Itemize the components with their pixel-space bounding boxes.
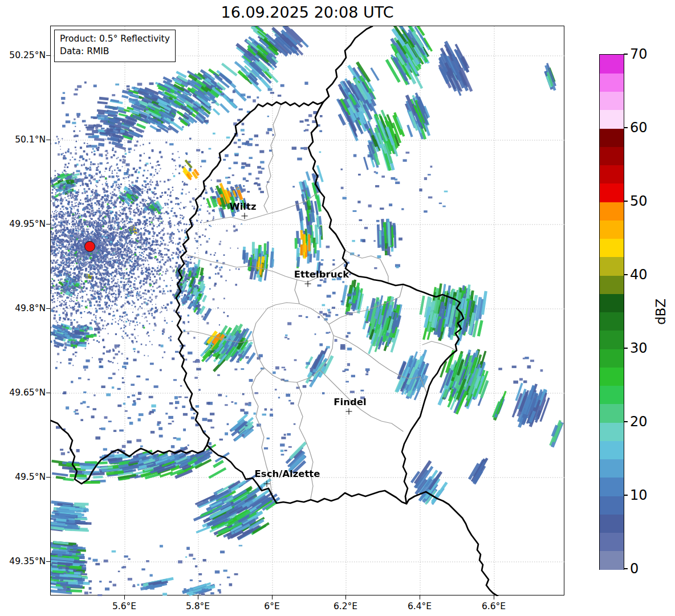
- x-tick-label: 6.6°E: [474, 601, 514, 611]
- colorbar-segment: [600, 202, 624, 221]
- colorbar-segment: [600, 165, 624, 184]
- colorbar-tick-mark: [624, 568, 628, 569]
- x-tick-label: 6°E: [252, 601, 292, 611]
- colorbar-segment: [600, 55, 624, 74]
- colorbar-tick-label: 70: [630, 46, 648, 62]
- city-label: Esch/Alzette: [255, 468, 320, 479]
- colorbar-segment: [600, 275, 624, 294]
- product-info-box: Product: 0.5° Reflectivity Data: RMIB: [54, 30, 176, 62]
- colorbar-tick-mark: [624, 348, 628, 348]
- x-tick-mark: [124, 595, 125, 599]
- colorbar-segment: [600, 293, 624, 312]
- colorbar-segment: [600, 514, 624, 533]
- x-tick-label: 6.4°E: [400, 601, 440, 611]
- colorbar-tick-mark: [624, 127, 628, 128]
- radar-site-marker: [84, 241, 95, 252]
- colorbar-segment: [600, 146, 624, 165]
- y-tick-mark: [46, 308, 50, 309]
- colorbar-segment: [600, 331, 624, 349]
- colorbar-tick-label: 20: [630, 414, 648, 430]
- city-label: Findel: [334, 397, 366, 407]
- x-tick-mark: [272, 595, 273, 599]
- colorbar-tick-label: 0: [630, 561, 639, 577]
- colorbar-segment: [600, 128, 624, 147]
- colorbar-tick-mark: [624, 54, 628, 54]
- colorbar-tick-mark: [624, 495, 628, 495]
- y-tick-label: 49.95°N: [0, 219, 46, 229]
- y-tick-label: 50.1°N: [0, 134, 46, 145]
- y-tick-label: 49.35°N: [0, 556, 46, 566]
- colorbar-segment: [600, 92, 624, 111]
- colorbar-segment: [600, 367, 624, 386]
- colorbar-unit-label: dBZ: [653, 298, 668, 324]
- y-tick-mark: [46, 55, 50, 56]
- y-tick-mark: [46, 393, 50, 393]
- colorbar-segment: [600, 349, 624, 368]
- colorbar-tick-label: 40: [630, 267, 648, 283]
- colorbar-segment: [600, 239, 624, 258]
- colorbar-segment: [600, 110, 624, 129]
- city-marker-icon: [346, 409, 352, 415]
- x-tick-mark: [345, 595, 346, 599]
- figure-title: 16.09.2025 20:08 UTC: [50, 3, 564, 21]
- city-label: Ettelbruck: [294, 269, 349, 280]
- x-tick-mark: [198, 595, 198, 599]
- colorbar-tick-label: 10: [630, 487, 648, 503]
- y-tick-mark: [46, 561, 50, 562]
- colorbar-tick-label: 30: [630, 340, 648, 356]
- colorbar-segment: [600, 73, 624, 92]
- product-line: Product: 0.5° Reflectivity: [60, 32, 170, 45]
- colorbar-segment: [600, 478, 624, 496]
- map-panel: WiltzEttelbruckFindelEsch/Alzette Produc…: [50, 26, 564, 595]
- colorbar-segment: [600, 257, 624, 276]
- colorbar-segment: [600, 312, 624, 331]
- x-tick-label: 5.6°E: [104, 601, 144, 611]
- colorbar-segment: [600, 183, 624, 202]
- colorbar-tick-mark: [624, 274, 628, 275]
- colorbar-segment: [600, 459, 624, 478]
- map-labels-layer: WiltzEttelbruckFindelEsch/Alzette: [51, 26, 564, 595]
- colorbar: [599, 54, 624, 570]
- colorbar-segment: [600, 220, 624, 239]
- y-tick-label: 50.25°N: [0, 50, 46, 60]
- data-source-line: Data: RMIB: [60, 45, 170, 58]
- colorbar-segment: [600, 533, 624, 552]
- colorbar-tick-label: 60: [630, 120, 648, 136]
- colorbar-tick-mark: [624, 421, 628, 422]
- city-marker-icon: [264, 481, 270, 487]
- y-tick-label: 49.8°N: [0, 303, 46, 313]
- colorbar-segment: [600, 422, 624, 441]
- city-marker-icon: [305, 281, 311, 287]
- colorbar-segment: [600, 386, 624, 405]
- y-tick-mark: [46, 224, 50, 225]
- colorbar-segment: [600, 496, 624, 515]
- x-tick-mark: [494, 595, 494, 599]
- colorbar-segment: [600, 440, 624, 459]
- colorbar-tick-label: 50: [630, 193, 648, 209]
- y-tick-mark: [46, 140, 50, 140]
- y-tick-mark: [46, 477, 50, 478]
- x-tick-label: 5.8°E: [178, 601, 218, 611]
- x-tick-label: 6.2°E: [326, 601, 365, 611]
- city-label: Wiltz: [229, 201, 256, 212]
- y-tick-label: 49.5°N: [0, 472, 46, 482]
- colorbar-tick-mark: [624, 201, 628, 201]
- x-tick-mark: [420, 595, 420, 599]
- colorbar-segment: [600, 404, 624, 423]
- radar-figure: 16.09.2025 20:08 UTC WiltzEttelbruckFind…: [0, 0, 675, 616]
- y-tick-label: 49.65°N: [0, 387, 46, 398]
- city-marker-icon: [242, 213, 248, 219]
- colorbar-segment: [600, 551, 624, 570]
